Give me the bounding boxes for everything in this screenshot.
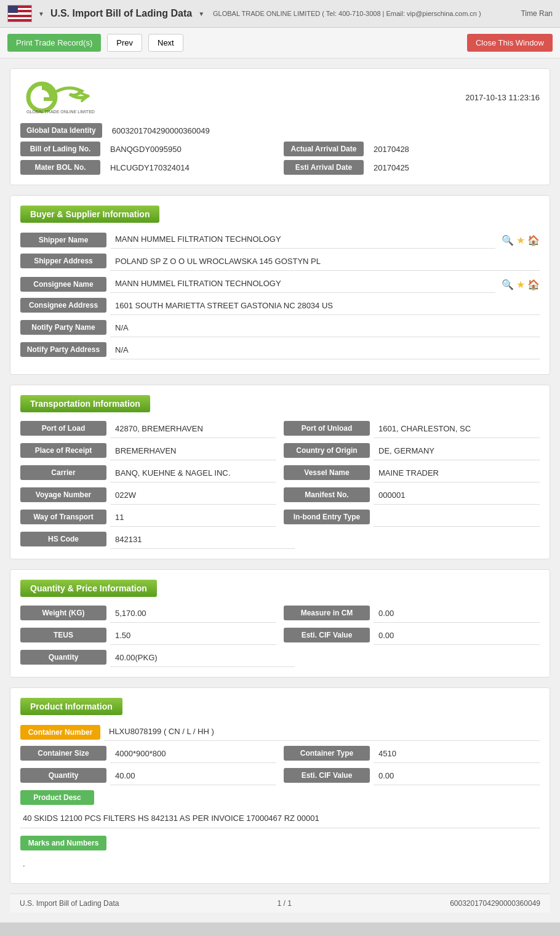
dropdown-arrow: ▼ [38, 10, 44, 17]
buyer-supplier-title: Buyer & Supplier Information [20, 206, 159, 223]
esti-arrival-label: Esti Arrival Date [284, 160, 364, 175]
product-title: Product Information [20, 698, 122, 715]
place-receipt-row: Place of Receipt BREMERHAVEN [20, 443, 276, 460]
quantity-value: 40.00(PKG) [110, 650, 295, 667]
product-row3: Quantity 40.00 Esti. CIF Value 0.00 [20, 768, 540, 785]
weight-value: 5,170.00 [110, 606, 276, 623]
measure-value: 0.00 [374, 606, 540, 623]
carrier-value: BANQ, KUEHNE & NAGEL INC. [110, 465, 276, 482]
country-origin-label: Country of Origin [284, 443, 370, 458]
shipper-name-row: Shipper Name MANN HUMMEL FILTRATION TECH… [20, 231, 540, 249]
mater-bol-value: HLCUGDY170324014 [105, 161, 194, 175]
actual-arrival-label: Actual Arrival Date [284, 142, 364, 156]
place-receipt-label: Place of Receipt [20, 443, 106, 458]
esti-cif-label: Esti. CIF Value [284, 628, 370, 642]
actual-arrival-row: Actual Arrival Date 20170428 [284, 142, 540, 156]
container-size-value: 4000*900*800 [110, 746, 276, 763]
shipper-star-icon[interactable]: ★ [516, 234, 525, 246]
mater-bol-label: Mater BOL No. [20, 160, 100, 175]
identity-card: GLOBAL TRADE ONLINE LIMITED 2017-10-13 1… [10, 68, 550, 185]
container-size-label: Container Size [20, 746, 106, 761]
container-type-row: Container Type 4510 [284, 746, 540, 763]
company-info: GLOBAL TRADE ONLINE LIMITED ( Tel: 400-7… [213, 10, 481, 17]
flag-icon [7, 5, 32, 22]
consignee-home-icon[interactable]: 🏠 [527, 279, 540, 290]
hs-code-label: HS Code [20, 532, 106, 546]
manifest-no-row: Manifest No. 000001 [284, 487, 540, 505]
shipper-name-label: Shipper Name [20, 233, 106, 247]
footer-id-value: 6003201704290000360049 [450, 899, 540, 908]
logo-container: GLOBAL TRADE ONLINE LIMITED [20, 79, 106, 116]
container-number-value: HLXU8078199 ( CN / L / HH ) [104, 724, 540, 741]
container-number-label: Container Number [20, 725, 100, 740]
measure-row: Measure in CM 0.00 [284, 606, 540, 623]
close-button[interactable]: Close This Window [467, 34, 553, 52]
svg-text:GLOBAL TRADE ONLINE LIMITED: GLOBAL TRADE ONLINE LIMITED [26, 110, 95, 114]
prev-button[interactable]: Prev [107, 34, 142, 52]
footer-bar: U.S. Import Bill of Lading Data 1 / 1 60… [10, 894, 550, 913]
carrier-row: Carrier BANQ, KUEHNE & NAGEL INC. [20, 465, 276, 482]
logo-svg: GLOBAL TRADE ONLINE LIMITED [20, 79, 106, 116]
global-data-identity-value: 6003201704290000360049 [107, 124, 215, 138]
product-esti-cif-label: Esti. CIF Value [284, 768, 370, 783]
footer-left-label: U.S. Import Bill of Lading Data [20, 899, 119, 908]
consignee-star-icon[interactable]: ★ [516, 279, 525, 290]
consignee-name-row: Consignee Name MANN HUMMEL FILTRATION TE… [20, 276, 540, 293]
transport-row5: Way of Transport 11 In-bond Entry Type [20, 510, 540, 527]
quantity-price-card: Quantity & Price Information Weight (KG)… [10, 569, 550, 678]
consignee-address-value: 1601 SOUTH MARIETTA STREET GASTONIA NC 2… [110, 298, 540, 315]
notify-party-address-label: Notify Party Address [20, 342, 106, 357]
product-desc-label: Product Desc [20, 790, 94, 805]
shipper-address-label: Shipper Address [20, 254, 106, 268]
quantity-label: Quantity [20, 650, 106, 665]
esti-arrival-value: 20170425 [369, 161, 414, 175]
shipper-search-icon[interactable]: 🔍 [502, 234, 514, 246]
teus-label: TEUS [20, 628, 106, 642]
product-quantity-label: Quantity [20, 768, 106, 783]
transport-row3: Carrier BANQ, KUEHNE & NAGEL INC. Vessel… [20, 465, 540, 482]
esti-cif-value: 0.00 [374, 628, 540, 645]
shipper-name-value: MANN HUMMEL FILTRATION TECHNOLOGY [110, 231, 495, 249]
qty-row1: Weight (KG) 5,170.00 Measure in CM 0.00 [20, 606, 540, 623]
transportation-card: Transportation Information Port of Load … [10, 385, 550, 559]
bol-row: Bill of Lading No. BANQGDY0095950 [20, 142, 276, 156]
time-range-label: Time Ran [521, 9, 553, 18]
teus-value: 1.50 [110, 628, 276, 645]
page-title: U.S. Import Bill of Lading Data [50, 8, 192, 19]
manifest-no-label: Manifest No. [284, 487, 370, 502]
logo-row: GLOBAL TRADE ONLINE LIMITED 2017-10-13 1… [20, 79, 540, 116]
marks-value: . [20, 854, 540, 873]
consignee-name-value: MANN HUMMEL FILTRATION TECHNOLOGY [110, 276, 495, 293]
inbond-value [374, 510, 540, 527]
shipper-address-row: Shipper Address POLAND SP Z O O UL WROCL… [20, 254, 540, 271]
print-button[interactable]: Print Trade Record(s) [7, 34, 101, 52]
esti-cif-row: Esti. CIF Value 0.00 [284, 628, 540, 645]
product-row2: Container Size 4000*900*800 Container Ty… [20, 746, 540, 763]
transport-row2: Place of Receipt BREMERHAVEN Country of … [20, 443, 540, 460]
shipper-home-icon[interactable]: 🏠 [527, 234, 540, 246]
marks-label-row: Marks and Numbers [20, 836, 540, 850]
next-button[interactable]: Next [148, 34, 183, 52]
port-unload-value: 1601, CHARLESTON, SC [374, 421, 540, 438]
hs-code-value: 842131 [110, 532, 295, 549]
product-desc-value: 40 SKIDS 12100 PCS FILTERS HS 842131 AS … [20, 809, 540, 828]
qty-row2: TEUS 1.50 Esti. CIF Value 0.00 [20, 628, 540, 645]
port-load-label: Port of Load [20, 421, 106, 436]
quantity-price-header: Quantity & Price Information [20, 580, 540, 597]
main-content: GLOBAL TRADE ONLINE LIMITED 2017-10-13 1… [0, 58, 560, 922]
buyer-supplier-header: Buyer & Supplier Information [20, 206, 540, 223]
way-transport-label: Way of Transport [20, 510, 106, 524]
vessel-name-value: MAINE TRADER [374, 465, 540, 482]
product-quantity-value: 40.00 [110, 768, 276, 785]
inbond-label: In-bond Entry Type [284, 510, 370, 524]
measure-label: Measure in CM [284, 606, 370, 620]
quantity-row: Quantity 40.00(PKG) [20, 650, 540, 667]
container-size-row: Container Size 4000*900*800 [20, 746, 276, 763]
container-number-row: Container Number HLXU8078199 ( CN / L / … [20, 724, 540, 741]
vessel-name-label: Vessel Name [284, 465, 370, 480]
hs-code-row: HS Code 842131 [20, 532, 540, 549]
consignee-name-label: Consignee Name [20, 277, 106, 292]
consignee-address-label: Consignee Address [20, 298, 106, 313]
consignee-search-icon[interactable]: 🔍 [502, 279, 514, 290]
product-header: Product Information [20, 698, 540, 715]
